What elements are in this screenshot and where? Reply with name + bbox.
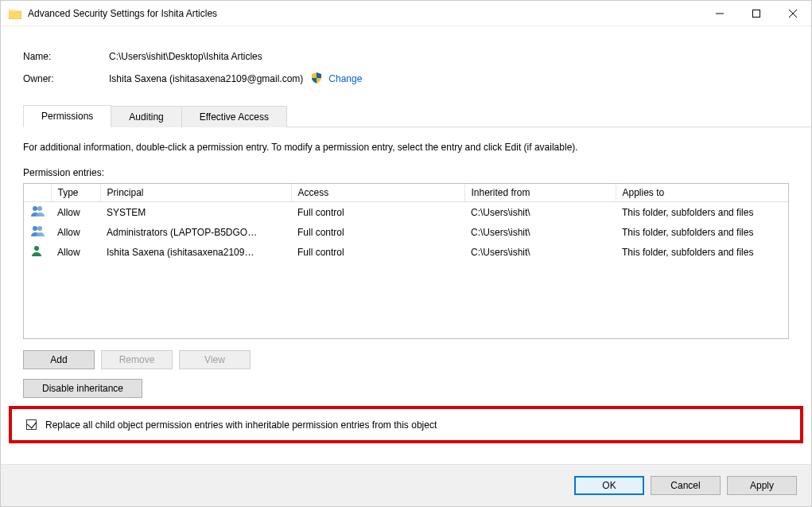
cancel-button[interactable]: Cancel (651, 476, 721, 495)
titlebar: Advanced Security Settings for Ishita Ar… (1, 1, 811, 26)
change-owner-link[interactable]: Change (328, 73, 362, 84)
cell-access: Full control (291, 202, 464, 223)
folder-icon (9, 8, 21, 19)
tab-bar: Permissions Auditing Effective Access (23, 104, 811, 127)
hint-text: For additional information, double-click… (1, 127, 811, 153)
close-button[interactable] (775, 1, 811, 26)
cell-type: Allow (51, 222, 100, 242)
maximize-button[interactable] (738, 1, 775, 26)
principal-icon (24, 242, 51, 262)
apply-button[interactable]: Apply (727, 476, 797, 495)
principal-icon (24, 222, 51, 242)
svg-point-6 (33, 226, 37, 231)
cell-inherited: C:\Users\ishit\ (464, 222, 616, 242)
shield-icon (311, 72, 322, 86)
cell-inherited: C:\Users\ishit\ (464, 202, 616, 223)
permission-entries-table[interactable]: Type Principal Access Inherited from App… (23, 183, 789, 339)
cell-access: Full control (291, 242, 464, 262)
table-row[interactable]: AllowAdministrators (LAPTOP-B5DGO…Full c… (24, 222, 788, 242)
remove-button[interactable]: Remove (101, 350, 173, 369)
dialog-footer: OK Cancel Apply (1, 464, 811, 506)
cell-principal: Administrators (LAPTOP-B5DGO… (100, 222, 291, 242)
tab-permissions[interactable]: Permissions (23, 105, 111, 127)
tab-effective-access[interactable]: Effective Access (181, 106, 287, 127)
svg-point-4 (33, 206, 37, 211)
window-title: Advanced Security Settings for Ishita Ar… (28, 8, 701, 19)
replace-child-label: Replace all child object permission entr… (45, 419, 437, 431)
col-applies[interactable]: Applies to (616, 184, 788, 202)
cell-principal: SYSTEM (100, 202, 291, 223)
svg-rect-1 (753, 10, 760, 17)
permission-entries-label: Permission entries: (1, 153, 811, 183)
disable-inheritance-button[interactable]: Disable inheritance (23, 379, 142, 398)
cell-principal: Ishita Saxena (ishitasaxena2109… (100, 242, 291, 262)
cell-type: Allow (51, 242, 100, 262)
advanced-security-settings-window: Advanced Security Settings for Ishita Ar… (0, 0, 812, 507)
name-label: Name: (23, 51, 109, 62)
owner-label: Owner: (23, 73, 109, 84)
ok-button[interactable]: OK (574, 476, 644, 495)
replace-child-checkbox[interactable] (26, 419, 37, 430)
add-button[interactable]: Add (23, 350, 95, 369)
col-type[interactable]: Type (51, 184, 100, 202)
cell-applies: This folder, subfolders and files (616, 222, 788, 242)
svg-point-8 (34, 246, 39, 251)
principal-icon (24, 202, 51, 223)
minimize-button[interactable] (701, 1, 738, 26)
col-access[interactable]: Access (291, 184, 464, 202)
cell-access: Full control (291, 222, 464, 242)
table-row[interactable]: AllowIshita Saxena (ishitasaxena2109…Ful… (24, 242, 788, 262)
replace-child-highlight: Replace all child object permission entr… (9, 406, 803, 443)
name-value: C:\Users\ishit\Desktop\Ishita Articles (109, 51, 262, 62)
cell-type: Allow (51, 202, 100, 223)
svg-point-7 (37, 226, 42, 231)
cell-inherited: C:\Users\ishit\ (464, 242, 616, 262)
owner-value: Ishita Saxena (ishitasaxena2109@gmail.co… (109, 73, 303, 84)
table-row[interactable]: AllowSYSTEMFull controlC:\Users\ishit\Th… (24, 202, 788, 223)
col-principal[interactable]: Principal (100, 184, 291, 202)
tab-auditing[interactable]: Auditing (111, 106, 181, 127)
cell-applies: This folder, subfolders and files (616, 202, 788, 223)
cell-applies: This folder, subfolders and files (616, 242, 788, 262)
svg-point-5 (37, 206, 42, 211)
view-button[interactable]: View (179, 350, 251, 369)
col-inherited[interactable]: Inherited from (464, 184, 616, 202)
